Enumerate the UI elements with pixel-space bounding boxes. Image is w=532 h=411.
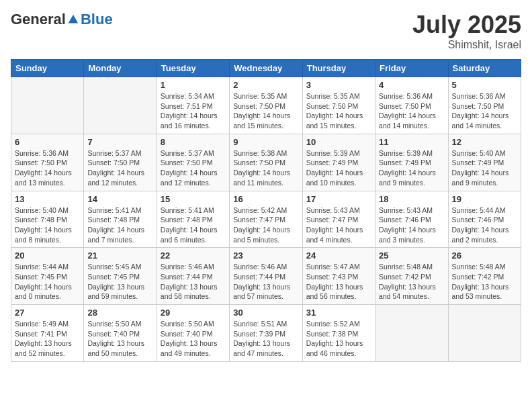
calendar-cell: 2Sunrise: 5:35 AM Sunset: 7:50 PM Daylig… (230, 77, 302, 134)
day-number: 7 (87, 137, 152, 147)
calendar-cell: 12Sunrise: 5:40 AM Sunset: 7:49 PM Dayli… (448, 134, 521, 191)
cell-content: Sunrise: 5:37 AM Sunset: 7:50 PM Dayligh… (87, 148, 152, 188)
day-number: 12 (452, 137, 517, 147)
calendar-cell: 30Sunrise: 5:51 AM Sunset: 7:39 PM Dayli… (230, 305, 302, 362)
calendar-cell: 22Sunrise: 5:46 AM Sunset: 7:44 PM Dayli… (157, 248, 229, 305)
calendar-cell (448, 305, 521, 362)
day-number: 20 (15, 250, 80, 261)
day-number: 31 (306, 308, 371, 318)
cell-content: Sunrise: 5:35 AM Sunset: 7:50 PM Dayligh… (306, 91, 371, 131)
day-of-week-header: Thursday (302, 60, 375, 77)
calendar-cell: 1Sunrise: 5:34 AM Sunset: 7:51 PM Daylig… (157, 77, 229, 134)
page-header: General Blue July 2025 Shimshit, Israel (11, 11, 521, 51)
calendar-cell: 20Sunrise: 5:44 AM Sunset: 7:45 PM Dayli… (11, 248, 84, 305)
cell-content: Sunrise: 5:50 AM Sunset: 7:40 PM Dayligh… (161, 319, 226, 359)
calendar-cell (375, 305, 448, 362)
calendar-cell: 31Sunrise: 5:52 AM Sunset: 7:38 PM Dayli… (302, 305, 375, 362)
cell-content: Sunrise: 5:36 AM Sunset: 7:50 PM Dayligh… (15, 148, 80, 188)
day-number: 10 (306, 137, 371, 147)
day-number: 25 (379, 250, 444, 261)
day-number: 29 (161, 308, 226, 318)
cell-content: Sunrise: 5:52 AM Sunset: 7:38 PM Dayligh… (306, 319, 371, 359)
svg-marker-0 (69, 15, 78, 24)
day-number: 19 (452, 194, 517, 204)
cell-content: Sunrise: 5:49 AM Sunset: 7:41 PM Dayligh… (15, 319, 80, 359)
cell-content: Sunrise: 5:37 AM Sunset: 7:50 PM Dayligh… (161, 148, 226, 188)
calendar-cell: 11Sunrise: 5:39 AM Sunset: 7:49 PM Dayli… (375, 134, 448, 191)
calendar-cell: 18Sunrise: 5:43 AM Sunset: 7:46 PM Dayli… (375, 191, 448, 248)
calendar-cell: 4Sunrise: 5:36 AM Sunset: 7:50 PM Daylig… (375, 77, 448, 134)
cell-content: Sunrise: 5:39 AM Sunset: 7:49 PM Dayligh… (306, 148, 371, 188)
day-number: 18 (379, 194, 444, 204)
cell-content: Sunrise: 5:50 AM Sunset: 7:40 PM Dayligh… (87, 319, 152, 359)
cell-content: Sunrise: 5:51 AM Sunset: 7:39 PM Dayligh… (233, 319, 298, 359)
cell-content: Sunrise: 5:45 AM Sunset: 7:45 PM Dayligh… (87, 262, 152, 302)
cell-content: Sunrise: 5:34 AM Sunset: 7:51 PM Dayligh… (161, 91, 226, 131)
calendar-cell (84, 77, 157, 134)
calendar-cell: 25Sunrise: 5:48 AM Sunset: 7:42 PM Dayli… (375, 248, 448, 305)
day-number: 4 (379, 80, 444, 90)
logo-general-text: General (11, 11, 66, 28)
cell-content: Sunrise: 5:48 AM Sunset: 7:42 PM Dayligh… (379, 262, 444, 302)
day-number: 11 (379, 137, 444, 147)
cell-content: Sunrise: 5:40 AM Sunset: 7:49 PM Dayligh… (452, 148, 517, 188)
cell-content: Sunrise: 5:36 AM Sunset: 7:50 PM Dayligh… (379, 91, 444, 131)
cell-content: Sunrise: 5:47 AM Sunset: 7:43 PM Dayligh… (306, 262, 371, 302)
calendar-cell: 16Sunrise: 5:42 AM Sunset: 7:47 PM Dayli… (230, 191, 302, 248)
day-number: 28 (87, 308, 152, 318)
day-number: 21 (87, 250, 152, 261)
day-number: 24 (306, 250, 371, 261)
cell-content: Sunrise: 5:42 AM Sunset: 7:47 PM Dayligh… (233, 205, 298, 245)
calendar-cell: 17Sunrise: 5:43 AM Sunset: 7:47 PM Dayli… (302, 191, 375, 248)
day-number: 3 (306, 80, 371, 90)
logo: General Blue (11, 11, 113, 28)
cell-content: Sunrise: 5:46 AM Sunset: 7:44 PM Dayligh… (161, 262, 226, 302)
cell-content: Sunrise: 5:38 AM Sunset: 7:50 PM Dayligh… (233, 148, 298, 188)
calendar-cell: 23Sunrise: 5:46 AM Sunset: 7:44 PM Dayli… (230, 248, 302, 305)
day-number: 2 (233, 80, 298, 90)
day-number: 14 (87, 194, 152, 204)
title-block: July 2025 Shimshit, Israel (412, 11, 521, 51)
calendar-cell: 21Sunrise: 5:45 AM Sunset: 7:45 PM Dayli… (84, 248, 157, 305)
cell-content: Sunrise: 5:44 AM Sunset: 7:45 PM Dayligh… (15, 262, 80, 302)
calendar-cell: 8Sunrise: 5:37 AM Sunset: 7:50 PM Daylig… (157, 134, 229, 191)
cell-content: Sunrise: 5:44 AM Sunset: 7:46 PM Dayligh… (452, 205, 517, 245)
calendar-week-row: 13Sunrise: 5:40 AM Sunset: 7:48 PM Dayli… (11, 191, 521, 248)
day-number: 23 (233, 250, 298, 261)
cell-content: Sunrise: 5:39 AM Sunset: 7:49 PM Dayligh… (379, 148, 444, 188)
day-number: 27 (15, 308, 80, 318)
day-of-week-header: Wednesday (230, 60, 302, 77)
calendar-week-row: 27Sunrise: 5:49 AM Sunset: 7:41 PM Dayli… (11, 305, 521, 362)
cell-content: Sunrise: 5:43 AM Sunset: 7:46 PM Dayligh… (379, 205, 444, 245)
calendar-cell: 10Sunrise: 5:39 AM Sunset: 7:49 PM Dayli… (302, 134, 375, 191)
calendar-cell: 24Sunrise: 5:47 AM Sunset: 7:43 PM Dayli… (302, 248, 375, 305)
day-of-week-header: Monday (84, 60, 157, 77)
cell-content: Sunrise: 5:46 AM Sunset: 7:44 PM Dayligh… (233, 262, 298, 302)
calendar-header-row: SundayMondayTuesdayWednesdayThursdayFrid… (11, 60, 521, 77)
logo-blue-text: Blue (81, 11, 113, 28)
cell-content: Sunrise: 5:40 AM Sunset: 7:48 PM Dayligh… (15, 205, 80, 245)
day-number: 22 (161, 250, 226, 261)
cell-content: Sunrise: 5:43 AM Sunset: 7:47 PM Dayligh… (306, 205, 371, 245)
day-number: 1 (161, 80, 226, 90)
calendar-cell: 7Sunrise: 5:37 AM Sunset: 7:50 PM Daylig… (84, 134, 157, 191)
calendar-cell: 28Sunrise: 5:50 AM Sunset: 7:40 PM Dayli… (84, 305, 157, 362)
day-number: 17 (306, 194, 371, 204)
day-of-week-header: Friday (375, 60, 448, 77)
location-subtitle: Shimshit, Israel (412, 39, 521, 51)
calendar-cell: 5Sunrise: 5:36 AM Sunset: 7:50 PM Daylig… (448, 77, 521, 134)
calendar-cell (11, 77, 84, 134)
day-number: 15 (161, 194, 226, 204)
day-number: 6 (15, 137, 80, 147)
day-number: 16 (233, 194, 298, 204)
calendar-cell: 6Sunrise: 5:36 AM Sunset: 7:50 PM Daylig… (11, 134, 84, 191)
cell-content: Sunrise: 5:41 AM Sunset: 7:48 PM Dayligh… (87, 205, 152, 245)
day-of-week-header: Saturday (448, 60, 521, 77)
calendar-cell: 19Sunrise: 5:44 AM Sunset: 7:46 PM Dayli… (448, 191, 521, 248)
day-number: 8 (161, 137, 226, 147)
calendar-cell: 13Sunrise: 5:40 AM Sunset: 7:48 PM Dayli… (11, 191, 84, 248)
calendar-cell: 26Sunrise: 5:48 AM Sunset: 7:42 PM Dayli… (448, 248, 521, 305)
calendar-cell: 29Sunrise: 5:50 AM Sunset: 7:40 PM Dayli… (157, 305, 229, 362)
day-of-week-header: Tuesday (157, 60, 229, 77)
cell-content: Sunrise: 5:48 AM Sunset: 7:42 PM Dayligh… (452, 262, 517, 302)
